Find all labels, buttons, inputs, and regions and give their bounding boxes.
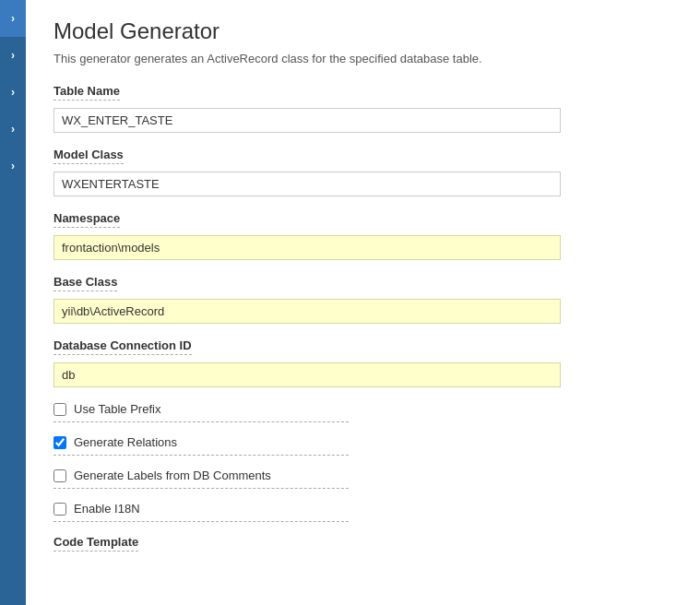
table-name-group: Table Name — [53, 84, 672, 133]
namespace-group: Namespace — [53, 211, 672, 260]
generate-labels-group: Generate Labels from DB Comments — [53, 469, 349, 489]
model-class-input[interactable] — [53, 172, 561, 196]
model-class-label: Model Class — [53, 148, 124, 164]
table-name-label: Table Name — [53, 84, 120, 101]
chevron-icon-5: › — [11, 160, 15, 172]
sidebar-item-4[interactable]: › — [0, 111, 26, 148]
chevron-icon-2: › — [11, 49, 15, 62]
code-template-section: Code Template — [53, 535, 672, 552]
db-connection-label: Database Connection ID — [53, 338, 192, 355]
table-name-input[interactable] — [53, 108, 561, 133]
model-class-group: Model Class — [53, 148, 672, 196]
generate-labels-label[interactable]: Generate Labels from DB Comments — [74, 469, 271, 482]
base-class-group: Base Class — [53, 275, 672, 324]
page-description: This generator generates an ActiveRecord… — [53, 52, 672, 65]
code-template-label: Code Template — [53, 535, 138, 552]
main-content: Model Generator This generator generates… — [26, 0, 700, 605]
sidebar-item-2[interactable]: › — [0, 37, 26, 74]
use-table-prefix-checkbox[interactable] — [53, 403, 66, 416]
generate-relations-label[interactable]: Generate Relations — [74, 435, 177, 449]
page-title: Model Generator — [53, 18, 672, 44]
enable-i18n-checkbox[interactable] — [53, 503, 66, 516]
base-class-label: Base Class — [53, 275, 117, 291]
sidebar: › › › › › — [0, 0, 26, 605]
enable-i18n-label[interactable]: Enable I18N — [74, 502, 140, 516]
use-table-prefix-group: Use Table Prefix — [53, 402, 349, 422]
generate-relations-group: Generate Relations — [53, 435, 349, 456]
sidebar-item-5[interactable]: › — [0, 148, 26, 184]
use-table-prefix-label[interactable]: Use Table Prefix — [74, 402, 160, 416]
generate-labels-checkbox[interactable] — [53, 469, 66, 482]
chevron-icon-4: › — [11, 123, 15, 136]
sidebar-item-1[interactable]: › — [0, 0, 26, 37]
chevron-icon-3: › — [11, 86, 15, 99]
namespace-label: Namespace — [53, 211, 120, 228]
base-class-input[interactable] — [53, 299, 561, 324]
namespace-input[interactable] — [53, 235, 561, 260]
generate-relations-checkbox[interactable] — [53, 436, 66, 449]
db-connection-input[interactable] — [53, 362, 561, 387]
db-connection-group: Database Connection ID — [53, 338, 672, 387]
sidebar-item-3[interactable]: › — [0, 74, 26, 111]
chevron-icon-1: › — [11, 12, 15, 25]
enable-i18n-group: Enable I18N — [53, 502, 349, 522]
